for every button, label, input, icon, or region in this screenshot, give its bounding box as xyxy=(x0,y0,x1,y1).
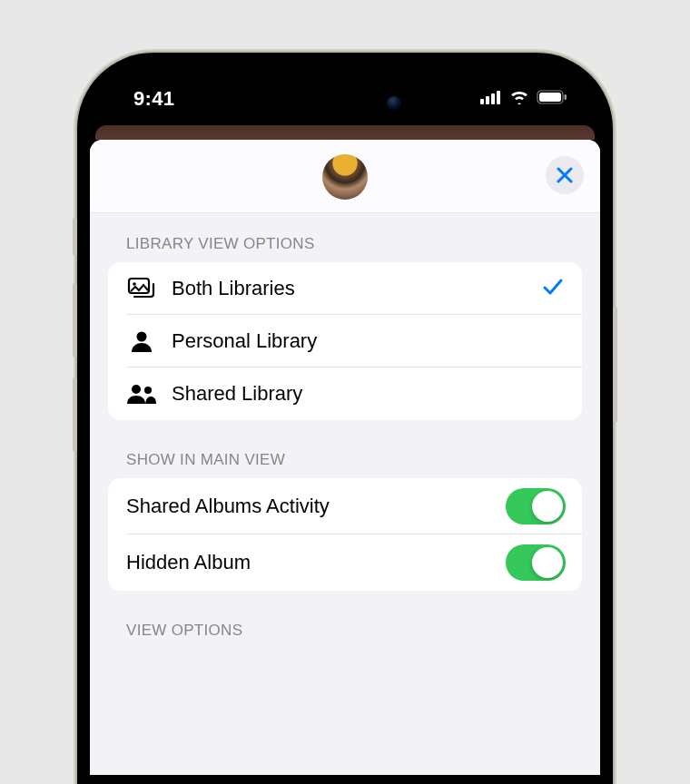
dynamic-island xyxy=(269,83,421,123)
svg-rect-1 xyxy=(486,96,489,104)
front-camera-icon xyxy=(387,96,401,111)
svg-rect-0 xyxy=(480,99,484,104)
status-icons xyxy=(480,90,567,108)
show-in-main-header: SHOW IN MAIN VIEW xyxy=(108,451,582,478)
svg-point-8 xyxy=(133,282,136,286)
both-libraries-label: Both Libraries xyxy=(172,277,542,300)
shared-library-option[interactable]: Shared Library xyxy=(108,368,582,420)
library-view-header: LIBRARY VIEW OPTIONS xyxy=(108,235,582,262)
svg-rect-3 xyxy=(497,91,500,104)
sheet-content: LIBRARY VIEW OPTIONS Both Libraries xyxy=(90,213,600,649)
sheet-header xyxy=(90,140,600,213)
svg-point-10 xyxy=(132,385,141,394)
phone-frame: 9:41 xyxy=(77,53,613,784)
close-button[interactable] xyxy=(546,156,584,194)
settings-sheet: LIBRARY VIEW OPTIONS Both Libraries xyxy=(90,140,600,775)
shared-albums-activity-label: Shared Albums Activity xyxy=(126,495,506,518)
wifi-icon xyxy=(509,90,529,108)
both-libraries-option[interactable]: Both Libraries xyxy=(108,262,582,315)
power-button xyxy=(613,307,617,423)
show-in-main-group: Shared Albums Activity Hidden Album xyxy=(108,478,582,591)
svg-rect-5 xyxy=(539,93,561,102)
status-time: 9:41 xyxy=(133,87,174,111)
people-icon xyxy=(126,383,157,405)
photo-stack-icon xyxy=(126,277,157,300)
person-icon xyxy=(126,329,157,353)
shared-library-label: Shared Library xyxy=(172,382,564,406)
avatar[interactable] xyxy=(322,154,368,200)
shared-albums-activity-toggle[interactable] xyxy=(506,488,566,524)
hidden-album-label: Hidden Album xyxy=(126,551,506,574)
silent-switch xyxy=(73,218,77,256)
volume-up-button xyxy=(73,283,77,358)
hidden-album-row: Hidden Album xyxy=(108,534,582,591)
checkmark-icon xyxy=(542,276,564,301)
close-icon xyxy=(557,167,573,183)
svg-point-9 xyxy=(137,332,147,342)
svg-point-11 xyxy=(144,387,152,394)
library-view-group: Both Libraries xyxy=(108,262,582,420)
personal-library-option[interactable]: Personal Library xyxy=(108,315,582,368)
svg-rect-2 xyxy=(491,93,495,104)
toggle-knob xyxy=(532,547,563,578)
battery-icon xyxy=(537,90,567,108)
cellular-icon xyxy=(480,90,502,108)
personal-library-label: Personal Library xyxy=(172,329,564,353)
hidden-album-toggle[interactable] xyxy=(506,544,566,581)
svg-rect-6 xyxy=(565,94,567,100)
shared-albums-activity-row: Shared Albums Activity xyxy=(108,478,582,534)
view-options-header: VIEW OPTIONS xyxy=(108,622,582,649)
backdrop-preview xyxy=(95,125,595,140)
toggle-knob xyxy=(532,491,563,522)
screen: 9:41 xyxy=(90,65,600,784)
volume-down-button xyxy=(73,377,77,452)
